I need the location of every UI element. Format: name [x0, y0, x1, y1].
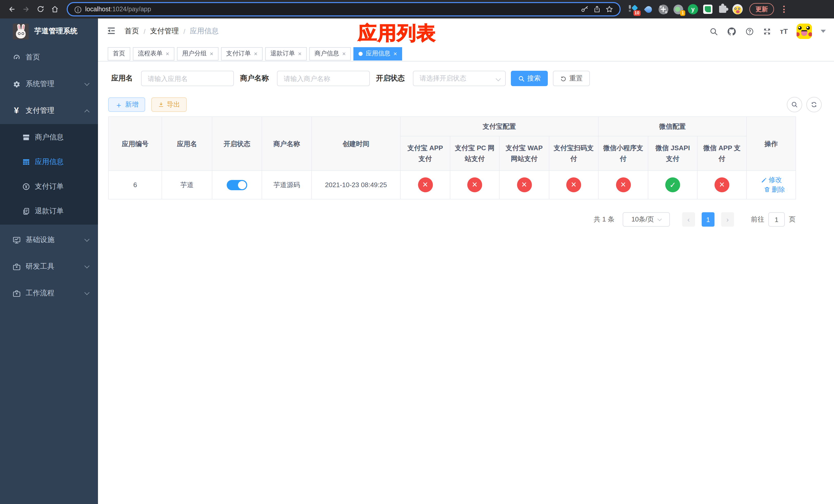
browser-menu-icon[interactable] [779, 4, 788, 15]
next-page-button[interactable]: › [721, 212, 734, 227]
forward-icon[interactable] [20, 3, 33, 16]
tab-close-icon[interactable]: × [166, 50, 169, 56]
extension-badge-icon[interactable]: 10 [628, 3, 639, 15]
breadcrumb-home[interactable]: 首页 [125, 27, 139, 36]
home-icon[interactable] [48, 3, 62, 16]
pencil-icon [761, 177, 767, 183]
export-button[interactable]: 导出 [151, 97, 187, 112]
tab-process-form[interactable]: 流程表单× [133, 47, 174, 60]
sidebar-item-pay-orders[interactable]: 支付订单 [0, 174, 98, 199]
table-row: 6 芋道 芋道源码 2021-10-23 08:49:25 修改删除 [109, 170, 796, 199]
goto-page-input[interactable] [768, 212, 785, 227]
sidebar-item-system[interactable]: 系统管理 [0, 71, 98, 97]
col-wx-jsapi: 微信 JSAPI 支付 [648, 136, 697, 170]
payment-submenu: 商户信息 应用信息 支付订单 退款订单 [0, 124, 98, 225]
col-app-name: 应用名 [162, 117, 212, 170]
breadcrumb-payment[interactable]: 支付管理 [150, 27, 179, 36]
header-actions: ᴛT [709, 24, 826, 39]
font-size-icon[interactable]: ᴛT [780, 27, 788, 36]
app-name-input[interactable] [141, 71, 234, 86]
tab-close-icon[interactable]: × [210, 50, 213, 56]
toggle-search-button[interactable] [787, 97, 802, 112]
tab-close-icon[interactable]: × [393, 50, 397, 56]
cell-actions: 修改删除 [747, 170, 796, 199]
sidebar-item-label: 退款订单 [35, 207, 64, 216]
bookmark-star-icon[interactable] [605, 5, 613, 13]
tag-view-bar: 首页 流程表单× 用户分组× 支付订单× 退款订单× 商户信息× 应用信息× [98, 44, 834, 62]
chevron-up-icon [84, 110, 89, 115]
prev-page-button[interactable]: ‹ [682, 212, 695, 227]
alipay-wap-status-icon [517, 177, 532, 192]
add-button[interactable]: ＋新增 [108, 97, 145, 112]
yen-circle-icon [20, 183, 33, 191]
col-alipay-pc: 支付宝 PC 网站支付 [450, 136, 499, 170]
search-button[interactable]: 搜索 [511, 71, 548, 86]
fullscreen-icon[interactable] [763, 27, 771, 36]
sidebar-item-label: 基础设施 [26, 235, 54, 245]
reload-icon[interactable] [34, 3, 47, 16]
col-create-time: 创建时间 [312, 117, 400, 170]
chevron-down-icon [84, 263, 89, 269]
app-table: 应用编号 应用名 开启状态 商户名称 创建时间 支付宝配置 微信配置 操作 支付… [108, 116, 796, 200]
password-key-icon[interactable] [580, 5, 589, 13]
search-icon[interactable] [709, 27, 718, 36]
tab-app-info[interactable]: 应用信息× [353, 47, 402, 60]
edit-link[interactable]: 修改 [761, 175, 782, 185]
tab-close-icon[interactable]: × [298, 50, 302, 56]
chrome-update-button[interactable]: 更新 [749, 3, 774, 15]
help-icon[interactable] [745, 27, 754, 36]
tab-merchant-info[interactable]: 商户信息× [309, 47, 351, 60]
sidebar-fold-icon[interactable] [106, 26, 117, 37]
delete-link[interactable]: 删除 [764, 185, 785, 194]
tab-close-icon[interactable]: × [254, 50, 258, 56]
recorder-icon[interactable]: 1 [673, 3, 684, 15]
tab-pay-orders[interactable]: 支付订单× [221, 47, 263, 60]
sidebar-item-app-info[interactable]: 应用信息 [0, 150, 98, 174]
page-number-1[interactable]: 1 [702, 212, 715, 227]
sidebar-item-merchant-info[interactable]: 商户信息 [0, 125, 98, 150]
avatar-caret-icon[interactable] [821, 30, 826, 33]
status-toggle[interactable] [227, 180, 247, 190]
avatar[interactable] [796, 24, 812, 39]
breadcrumb: 首页 / 支付管理 / 应用信息 [125, 27, 219, 36]
pagination: 共 1 条 10条/页 ‹ 1 › 前往 页 [108, 212, 795, 227]
reset-button[interactable]: 重置 [553, 71, 590, 86]
tab-refund-orders[interactable]: 退款订单× [265, 47, 307, 60]
documents-icon [20, 207, 33, 215]
url-bar[interactable]: localhost:1024/pay/app [67, 2, 621, 17]
tab-close-icon[interactable]: × [342, 50, 346, 56]
tab-user-group[interactable]: 用户分组× [177, 47, 219, 60]
refresh-button[interactable] [806, 97, 822, 112]
sidebar-item-dev-tools[interactable]: 研发工具 [0, 253, 98, 280]
col-alipay-qr: 支付宝扫码支付 [549, 136, 598, 170]
sidebar-item-home[interactable]: 首页 [0, 44, 98, 71]
chevron-down-icon [84, 81, 89, 86]
open-status-select[interactable]: 请选择开启状态 [413, 71, 506, 86]
command-icon[interactable] [658, 3, 669, 15]
cell-merchant-name: 芋道源码 [262, 170, 312, 199]
site-info-icon[interactable] [74, 6, 81, 13]
sidebar-item-payment[interactable]: ¥ 支付管理 [0, 97, 98, 124]
chat-extension-icon[interactable] [702, 3, 714, 15]
cell-app-id: 6 [109, 170, 162, 199]
page-size-select[interactable]: 10条/页 [623, 212, 670, 227]
sidebar-item-refund-orders[interactable]: 退款订单 [0, 199, 98, 224]
sidebar-item-label: 工作流程 [26, 289, 54, 298]
y-extension-icon[interactable]: y [687, 3, 699, 15]
puzzle-icon[interactable] [717, 3, 728, 15]
merchant-name-input[interactable] [277, 71, 370, 86]
share-icon[interactable] [593, 5, 601, 13]
tab-home[interactable]: 首页 [108, 47, 130, 60]
github-icon[interactable] [727, 26, 736, 36]
kite-icon[interactable] [643, 3, 654, 15]
emoji-extension-icon[interactable] [732, 3, 743, 15]
storefront-icon [20, 133, 33, 141]
monitor-chart-icon [10, 235, 23, 244]
app-logo-row: 芋道管理系统 [0, 19, 98, 44]
merchant-name-label: 商户名称 [240, 74, 269, 83]
chevron-down-icon [496, 76, 501, 81]
sidebar-item-workflow[interactable]: 工作流程 [0, 280, 98, 306]
chevron-down-icon [84, 237, 89, 242]
sidebar-item-infrastructure[interactable]: 基础设施 [0, 227, 98, 253]
back-icon[interactable] [5, 3, 19, 16]
